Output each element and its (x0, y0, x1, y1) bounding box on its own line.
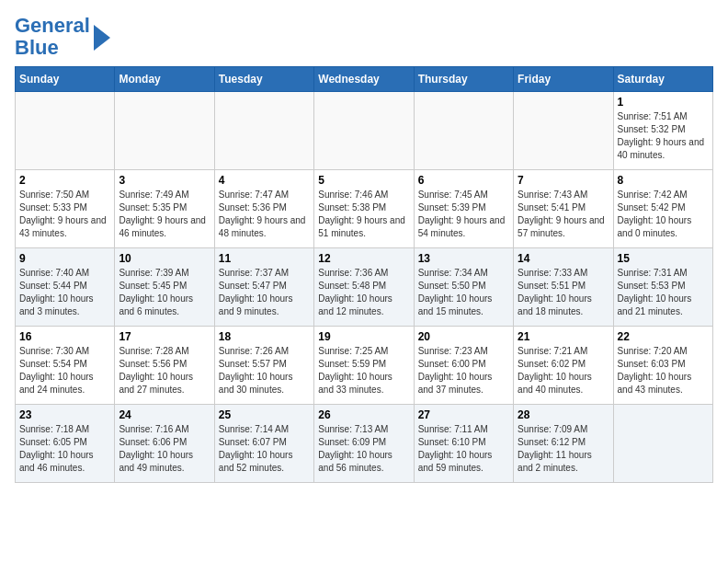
day-info: Sunrise: 7:34 AM Sunset: 5:50 PM Dayligh… (418, 267, 509, 318)
day-info: Sunrise: 7:50 AM Sunset: 5:33 PM Dayligh… (19, 189, 110, 240)
day-info: Sunrise: 7:43 AM Sunset: 5:41 PM Dayligh… (518, 189, 609, 240)
calendar-day-cell: 6Sunrise: 7:45 AM Sunset: 5:39 PM Daylig… (414, 170, 513, 248)
calendar-day-cell: 9Sunrise: 7:40 AM Sunset: 5:44 PM Daylig… (16, 248, 115, 327)
day-number: 9 (19, 252, 110, 265)
logo-line1: General (15, 15, 90, 37)
calendar-day-cell: 17Sunrise: 7:28 AM Sunset: 5:56 PM Dayli… (115, 327, 214, 405)
calendar-week-row: 2Sunrise: 7:50 AM Sunset: 5:33 PM Daylig… (16, 170, 713, 248)
day-number: 7 (518, 174, 609, 187)
day-info: Sunrise: 7:13 AM Sunset: 6:09 PM Dayligh… (318, 423, 409, 475)
calendar-day-header: Wednesday (314, 67, 414, 92)
calendar-day-cell: 22Sunrise: 7:20 AM Sunset: 6:03 PM Dayli… (613, 327, 712, 405)
day-info: Sunrise: 7:28 AM Sunset: 5:56 PM Dayligh… (119, 345, 210, 396)
calendar-day-cell: 2Sunrise: 7:50 AM Sunset: 5:33 PM Daylig… (16, 170, 115, 248)
calendar-day-cell: 12Sunrise: 7:36 AM Sunset: 5:48 PM Dayli… (314, 248, 414, 327)
day-number: 8 (618, 174, 709, 187)
calendar-day-cell: 26Sunrise: 7:13 AM Sunset: 6:09 PM Dayli… (314, 405, 414, 483)
day-info: Sunrise: 7:26 AM Sunset: 5:57 PM Dayligh… (219, 345, 310, 396)
calendar-day-cell: 16Sunrise: 7:30 AM Sunset: 5:54 PM Dayli… (16, 327, 115, 405)
day-number: 18 (219, 330, 310, 343)
calendar-day-cell: 14Sunrise: 7:33 AM Sunset: 5:51 PM Dayli… (514, 248, 613, 327)
day-number: 21 (518, 330, 609, 343)
calendar-day-header: Thursday (414, 67, 513, 92)
day-number: 12 (318, 252, 409, 265)
day-info: Sunrise: 7:25 AM Sunset: 5:59 PM Dayligh… (318, 345, 409, 396)
day-number: 11 (219, 252, 310, 265)
calendar-day-cell: 8Sunrise: 7:42 AM Sunset: 5:42 PM Daylig… (613, 170, 712, 248)
calendar-day-header: Monday (115, 67, 214, 92)
day-info: Sunrise: 7:09 AM Sunset: 6:12 PM Dayligh… (518, 423, 609, 475)
day-number: 23 (19, 408, 110, 421)
day-number: 5 (318, 174, 409, 187)
day-info: Sunrise: 7:20 AM Sunset: 6:03 PM Dayligh… (618, 345, 709, 396)
calendar-day-cell (414, 92, 513, 170)
day-number: 13 (418, 252, 509, 265)
day-number: 22 (618, 330, 709, 343)
day-info: Sunrise: 7:18 AM Sunset: 6:05 PM Dayligh… (19, 423, 110, 475)
calendar-day-cell: 15Sunrise: 7:31 AM Sunset: 5:53 PM Dayli… (613, 248, 712, 327)
calendar-day-cell: 4Sunrise: 7:47 AM Sunset: 5:36 PM Daylig… (214, 170, 313, 248)
calendar-day-cell: 27Sunrise: 7:11 AM Sunset: 6:10 PM Dayli… (414, 405, 513, 483)
calendar-day-cell (314, 92, 414, 170)
day-info: Sunrise: 7:11 AM Sunset: 6:10 PM Dayligh… (418, 423, 509, 475)
calendar-day-cell (115, 92, 214, 170)
logo-line2: Blue (15, 37, 90, 59)
day-info: Sunrise: 7:49 AM Sunset: 5:35 PM Dayligh… (119, 189, 210, 240)
calendar-week-row: 1Sunrise: 7:51 AM Sunset: 5:32 PM Daylig… (16, 92, 713, 170)
calendar-day-cell: 19Sunrise: 7:25 AM Sunset: 5:59 PM Dayli… (314, 327, 414, 405)
calendar-day-cell: 21Sunrise: 7:21 AM Sunset: 6:02 PM Dayli… (514, 327, 613, 405)
day-info: Sunrise: 7:23 AM Sunset: 6:00 PM Dayligh… (418, 345, 509, 396)
calendar-day-cell: 7Sunrise: 7:43 AM Sunset: 5:41 PM Daylig… (514, 170, 613, 248)
calendar-day-cell: 13Sunrise: 7:34 AM Sunset: 5:50 PM Dayli… (414, 248, 513, 327)
calendar-day-cell (514, 92, 613, 170)
day-number: 20 (418, 330, 509, 343)
calendar-day-cell: 28Sunrise: 7:09 AM Sunset: 6:12 PM Dayli… (514, 405, 613, 483)
day-info: Sunrise: 7:33 AM Sunset: 5:51 PM Dayligh… (518, 267, 609, 318)
day-number: 2 (19, 174, 110, 187)
day-number: 3 (119, 174, 210, 187)
calendar-day-cell: 5Sunrise: 7:46 AM Sunset: 5:38 PM Daylig… (314, 170, 414, 248)
logo-arrow-icon (94, 25, 110, 51)
day-info: Sunrise: 7:31 AM Sunset: 5:53 PM Dayligh… (618, 267, 709, 318)
day-number: 1 (618, 96, 709, 109)
calendar-week-row: 23Sunrise: 7:18 AM Sunset: 6:05 PM Dayli… (16, 405, 713, 483)
calendar-day-cell: 1Sunrise: 7:51 AM Sunset: 5:32 PM Daylig… (613, 92, 712, 170)
day-number: 16 (19, 330, 110, 343)
calendar-day-cell: 18Sunrise: 7:26 AM Sunset: 5:57 PM Dayli… (214, 327, 313, 405)
day-info: Sunrise: 7:21 AM Sunset: 6:02 PM Dayligh… (518, 345, 609, 396)
day-info: Sunrise: 7:30 AM Sunset: 5:54 PM Dayligh… (19, 345, 110, 396)
calendar-day-header: Friday (514, 67, 613, 92)
calendar-day-header: Sunday (16, 67, 115, 92)
day-number: 17 (119, 330, 210, 343)
logo: General Blue (15, 15, 110, 59)
day-info: Sunrise: 7:40 AM Sunset: 5:44 PM Dayligh… (19, 267, 110, 318)
day-number: 6 (418, 174, 509, 187)
day-number: 14 (518, 252, 609, 265)
calendar-day-cell: 20Sunrise: 7:23 AM Sunset: 6:00 PM Dayli… (414, 327, 513, 405)
calendar-week-row: 9Sunrise: 7:40 AM Sunset: 5:44 PM Daylig… (16, 248, 713, 327)
day-number: 10 (119, 252, 210, 265)
day-info: Sunrise: 7:46 AM Sunset: 5:38 PM Dayligh… (318, 189, 409, 240)
day-number: 28 (518, 408, 609, 421)
day-number: 25 (219, 408, 310, 421)
day-info: Sunrise: 7:14 AM Sunset: 6:07 PM Dayligh… (219, 423, 310, 475)
calendar-day-cell (613, 405, 712, 483)
header: General Blue (15, 15, 713, 59)
day-info: Sunrise: 7:45 AM Sunset: 5:39 PM Dayligh… (418, 189, 509, 240)
day-number: 27 (418, 408, 509, 421)
day-number: 26 (318, 408, 409, 421)
calendar-day-cell: 10Sunrise: 7:39 AM Sunset: 5:45 PM Dayli… (115, 248, 214, 327)
day-number: 19 (318, 330, 409, 343)
calendar-day-header: Tuesday (214, 67, 313, 92)
calendar-week-row: 16Sunrise: 7:30 AM Sunset: 5:54 PM Dayli… (16, 327, 713, 405)
day-number: 24 (119, 408, 210, 421)
calendar-day-cell: 25Sunrise: 7:14 AM Sunset: 6:07 PM Dayli… (214, 405, 313, 483)
calendar-day-cell (214, 92, 313, 170)
day-info: Sunrise: 7:36 AM Sunset: 5:48 PM Dayligh… (318, 267, 409, 318)
day-info: Sunrise: 7:39 AM Sunset: 5:45 PM Dayligh… (119, 267, 210, 318)
calendar-header-row: SundayMondayTuesdayWednesdayThursdayFrid… (16, 67, 713, 92)
day-info: Sunrise: 7:37 AM Sunset: 5:47 PM Dayligh… (219, 267, 310, 318)
calendar-day-cell: 23Sunrise: 7:18 AM Sunset: 6:05 PM Dayli… (16, 405, 115, 483)
day-info: Sunrise: 7:42 AM Sunset: 5:42 PM Dayligh… (618, 189, 709, 240)
calendar-day-cell: 3Sunrise: 7:49 AM Sunset: 5:35 PM Daylig… (115, 170, 214, 248)
